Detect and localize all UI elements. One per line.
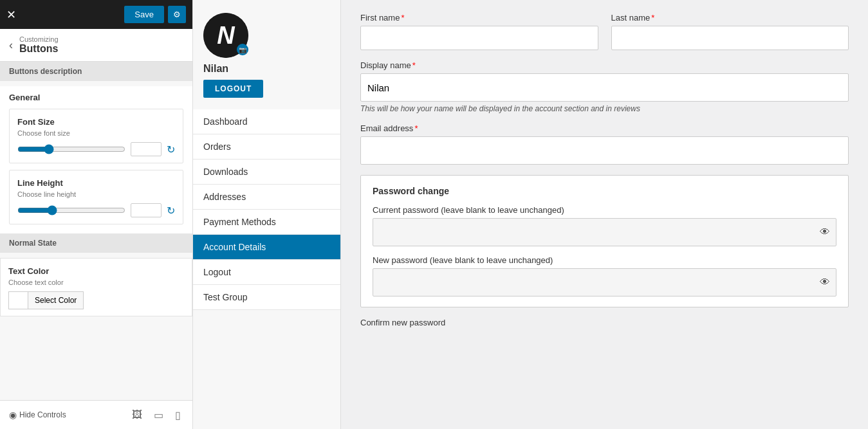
new-password-input[interactable] [373, 268, 836, 297]
nav-item-orders[interactable]: Orders [193, 134, 340, 160]
last-name-group: Last name* [611, 13, 849, 50]
font-size-reset-button[interactable]: ↻ [167, 143, 175, 156]
email-label: Email address* [360, 123, 849, 133]
display-name-hint: This will be how your name will be displ… [360, 104, 849, 113]
line-height-title: Line Height [17, 178, 175, 188]
line-height-input[interactable]: 1.25 [131, 203, 162, 217]
new-password-wrap: 👁 [373, 268, 836, 297]
avatar-wrap: N 📷 [203, 13, 248, 58]
nav-item-account-details[interactable]: Account Details [193, 235, 340, 260]
back-arrow-icon[interactable]: ‹ [9, 39, 13, 52]
first-name-input[interactable] [360, 26, 598, 50]
line-height-desc: Choose line height [17, 190, 175, 198]
nav-item-dashboard[interactable]: Dashboard [193, 109, 340, 134]
line-height-control: Line Height Choose line height 1.25 ↻ [9, 170, 183, 224]
nav-item-addresses[interactable]: Addresses [193, 185, 340, 210]
first-name-required: * [401, 13, 404, 23]
font-size-input[interactable]: 14 [131, 142, 162, 156]
new-password-toggle[interactable]: 👁 [820, 277, 830, 288]
buttons-description: Buttons description [0, 62, 192, 81]
text-color-title: Text Color [8, 266, 184, 276]
line-height-slider[interactable] [17, 205, 125, 215]
display-name-input[interactable] [360, 73, 849, 102]
last-name-required: * [651, 13, 654, 23]
line-height-slider-row: 1.25 ↻ [17, 203, 175, 217]
eye-icon: ◉ [9, 410, 17, 420]
logout-button[interactable]: LOGOUT [203, 80, 263, 98]
tablet-device-button[interactable]: ▭ [151, 408, 166, 423]
nav-menu: Dashboard Orders Downloads Addresses Pay… [193, 109, 340, 310]
last-name-label: Last name* [611, 13, 849, 23]
svg-text:N: N [217, 22, 235, 49]
text-color-control: Text Color Choose text color Select Colo… [0, 258, 192, 316]
color-swatch-row: Select Color [8, 291, 184, 309]
display-name-group: Display name* This will be how your name… [360, 60, 849, 113]
first-name-label: First name* [360, 13, 598, 23]
password-section: Password change Current password (leave … [360, 175, 849, 307]
customizing-label: Customizing [19, 35, 59, 43]
hide-controls-label: Hide Controls [19, 410, 66, 419]
mobile-device-button[interactable]: ▯ [172, 408, 183, 423]
user-section: N 📷 Nilan LOGOUT [193, 6, 340, 104]
close-button[interactable]: ✕ [6, 9, 16, 21]
font-size-desc: Choose font size [17, 129, 175, 137]
email-input[interactable] [360, 136, 849, 165]
name-row: First name* Last name* [360, 13, 849, 50]
email-group: Email address* [360, 123, 849, 165]
gear-button[interactable]: ⚙ [168, 6, 186, 23]
general-section: General Font Size Choose font size 14 ↻ … [0, 86, 192, 233]
font-size-title: Font Size [17, 117, 175, 127]
nav-item-payment-methods[interactable]: Payment Methods [193, 210, 340, 235]
camera-icon: 📷 [239, 46, 246, 53]
customizing-text: Customizing Buttons [19, 35, 59, 55]
save-area: Save ⚙ [124, 6, 186, 23]
first-name-group: First name* [360, 13, 598, 50]
color-swatch [8, 291, 28, 309]
display-name-label: Display name* [360, 60, 849, 70]
top-bar: ✕ Save ⚙ [0, 0, 192, 29]
new-password-label: New password (leave blank to leave uncha… [373, 255, 836, 265]
normal-state-section: Normal State [0, 233, 192, 253]
font-size-control: Font Size Choose font size 14 ↻ [9, 109, 183, 163]
email-required: * [414, 123, 418, 133]
font-size-slider[interactable] [17, 144, 125, 154]
bottom-bar: ◉ Hide Controls 🖼 ▭ ▯ [0, 400, 192, 429]
nav-item-downloads[interactable]: Downloads [193, 160, 340, 185]
current-password-label: Current password (leave blank to leave u… [373, 205, 836, 215]
current-password-input[interactable] [373, 218, 836, 246]
current-password-toggle[interactable]: 👁 [820, 226, 830, 238]
line-height-reset-button[interactable]: ↻ [167, 205, 175, 217]
desktop-device-button[interactable]: 🖼 [129, 408, 145, 422]
select-color-button[interactable]: Select Color [28, 291, 84, 309]
customizing-title: Buttons [19, 43, 59, 55]
last-name-input[interactable] [611, 26, 849, 50]
general-label: General [9, 93, 183, 102]
nav-item-logout[interactable]: Logout [193, 260, 340, 285]
current-password-wrap: 👁 [373, 218, 836, 246]
confirm-password-group: Confirm new password [360, 318, 849, 331]
nav-item-test-group[interactable]: Test Group [193, 285, 340, 310]
new-password-group: New password (leave blank to leave uncha… [373, 255, 836, 297]
current-password-group: Current password (leave blank to leave u… [373, 205, 836, 246]
camera-badge[interactable]: 📷 [237, 44, 248, 55]
username: Nilan [203, 63, 228, 75]
text-color-desc: Choose text color [8, 278, 184, 286]
confirm-password-label: Confirm new password [360, 318, 849, 327]
middle-panel: N 📷 Nilan LOGOUT Dashboard Orders Downlo… [193, 0, 341, 429]
password-section-title: Password change [373, 186, 836, 196]
right-panel: First name* Last name* Display name* Thi… [341, 0, 868, 429]
customizing-header: ‹ Customizing Buttons [0, 29, 192, 62]
hide-controls-button[interactable]: ◉ Hide Controls [9, 410, 66, 420]
display-name-required: * [412, 60, 416, 70]
panel-content: Buttons description General Font Size Ch… [0, 62, 192, 400]
save-button[interactable]: Save [124, 6, 164, 23]
font-size-slider-row: 14 ↻ [17, 142, 175, 156]
